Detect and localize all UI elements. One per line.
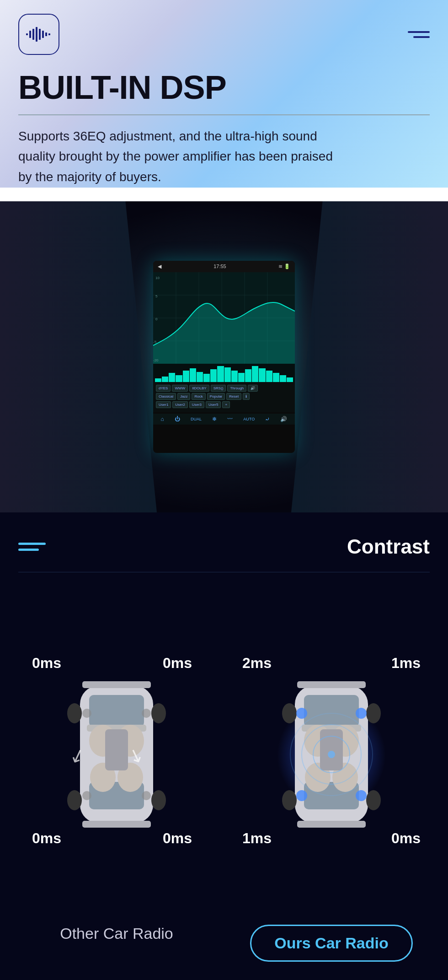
header-row	[18, 14, 430, 55]
svg-point-35	[82, 791, 91, 800]
interior-left-panel	[0, 201, 157, 512]
title-divider	[18, 114, 430, 115]
dsp-btn-vol[interactable]: 🔊	[248, 385, 258, 392]
app-logo	[18, 14, 59, 55]
curve-icon[interactable]: ⤾	[265, 416, 270, 422]
svg-rect-3	[36, 27, 37, 42]
dsp-btn-info[interactable]: ℹ	[243, 393, 250, 400]
home-icon[interactable]: ⌂	[161, 416, 164, 422]
svg-rect-22	[89, 695, 144, 727]
contrast-header: Contrast	[18, 535, 430, 558]
auto-label: AUTO	[243, 417, 255, 421]
svg-point-41	[302, 725, 361, 784]
contrast-lines-icon	[18, 543, 46, 551]
dsp-btn-jazz[interactable]: Jazz	[177, 393, 190, 400]
contrast-line-2	[18, 549, 39, 551]
dsp-btn-add[interactable]: +	[222, 401, 230, 408]
dsp-btn-rock[interactable]: Rock	[192, 393, 205, 400]
svg-point-42	[290, 713, 373, 796]
svg-rect-5	[42, 31, 44, 38]
dsp-effects-row: dYES WWW IIDOLBY SRS() Through 🔊	[156, 385, 292, 392]
sound-waves	[286, 709, 377, 802]
svg-rect-7	[48, 33, 50, 35]
car-image-section: ◀ 17:55 ≋ 🔋	[0, 201, 448, 512]
our-car-label-tr: 1ms	[391, 655, 421, 672]
svg-rect-38	[82, 821, 151, 828]
power-icon[interactable]: ⏻	[175, 416, 180, 422]
our-car-label-tl: 2ms	[242, 655, 272, 672]
contrast-divider	[18, 572, 430, 573]
svg-point-36	[142, 791, 151, 800]
svg-text:-5: -5	[153, 340, 157, 344]
svg-rect-0	[26, 33, 28, 35]
svg-rect-4	[39, 29, 41, 40]
svg-rect-6	[45, 32, 47, 36]
dsp-btn-reset[interactable]: Reset	[226, 393, 241, 400]
svg-rect-61	[297, 681, 366, 688]
dsp-btn-popular[interactable]: Popular	[207, 393, 225, 400]
dsp-screen: ◀ 17:55 ≋ 🔋	[153, 261, 295, 453]
dsp-btn-srs[interactable]: SRS()	[211, 385, 226, 392]
our-car-label-br: 0ms	[391, 830, 421, 847]
svg-point-34	[142, 709, 151, 718]
svg-rect-2	[32, 29, 34, 40]
svg-text:10: 10	[155, 276, 160, 280]
contrast-line-1	[18, 543, 46, 545]
our-car-label-bl: 1ms	[242, 830, 272, 847]
dsp-btn-www[interactable]: WWW	[172, 385, 188, 392]
dual-label: DUAL	[191, 417, 202, 421]
svg-text:0: 0	[155, 317, 158, 321]
other-car-label-tl: 0ms	[32, 655, 61, 672]
top-section: BUILT-IN DSP Supports 36EQ adjustment, a…	[0, 0, 448, 188]
signal-icon: ≋ 🔋	[278, 264, 290, 269]
our-car-column: 2ms 1ms 1ms 0ms	[233, 595, 430, 962]
other-car-label-bl: 0ms	[32, 830, 61, 847]
svg-text:-20: -20	[153, 358, 159, 362]
dsp-btn-user2[interactable]: User2	[172, 401, 187, 408]
svg-point-33	[82, 709, 91, 718]
dsp-btn-classical[interactable]: Classical	[156, 393, 176, 400]
our-car-display: 2ms 1ms 1ms 0ms	[233, 595, 430, 915]
other-car-display: 0ms 0ms 0ms 0ms ↙ ↘	[18, 595, 215, 915]
svg-rect-37	[105, 729, 128, 770]
svg-point-29	[67, 703, 82, 723]
dsp-eq-area: 10 5 0 -5 -20	[153, 272, 295, 364]
svg-point-31	[67, 790, 82, 810]
svg-point-40	[313, 736, 350, 773]
bottom-section: Contrast 0ms 0ms 0ms 0ms ↙ ↘	[0, 512, 448, 980]
dsp-btn-user1[interactable]: User1	[156, 401, 171, 408]
cars-comparison: 0ms 0ms 0ms 0ms ↙ ↘	[18, 595, 430, 962]
dsp-btn-dolby[interactable]: IIDOLBY	[189, 385, 209, 392]
svg-rect-39	[82, 681, 151, 688]
other-car-label-tr: 0ms	[163, 655, 192, 672]
dsp-btn-through[interactable]: Through	[227, 385, 246, 392]
svg-point-32	[151, 790, 166, 810]
other-car-column: 0ms 0ms 0ms 0ms ↙ ↘	[18, 595, 215, 942]
dsp-btn-user5[interactable]: User5	[206, 401, 221, 408]
dsp-user-row: User1 User2 User3 User5 +	[156, 401, 292, 408]
svg-point-30	[151, 703, 166, 723]
other-car-label: Other Car Radio	[60, 925, 173, 942]
car-interior-bg: ◀ 17:55 ≋ 🔋	[0, 201, 448, 512]
dsp-presets-row: Classical Jazz Rock Popular Reset ℹ	[156, 393, 292, 400]
dsp-btn-user3[interactable]: User3	[189, 401, 204, 408]
our-car-radio-button[interactable]: Ours Car Radio	[250, 925, 412, 962]
dsp-controls: dYES WWW IIDOLBY SRS() Through 🔊 Classic…	[153, 382, 295, 412]
dsp-btn-dyes[interactable]: dYES	[156, 385, 171, 392]
back-icon: ◀	[158, 264, 161, 269]
other-car-label-br: 0ms	[163, 830, 192, 847]
ac-icon[interactable]: 〰	[227, 416, 233, 422]
hamburger-menu[interactable]	[408, 31, 430, 38]
svg-rect-1	[29, 31, 31, 38]
menu-line-2	[413, 36, 430, 38]
menu-line-1	[408, 31, 430, 33]
svg-text:5: 5	[155, 294, 158, 298]
dsp-nav-row: ⌂ ⏻ DUAL ❄ 〰 AUTO ⤾ 🔊	[153, 414, 295, 425]
dsp-freq-bars	[153, 364, 295, 382]
interior-right-panel	[291, 201, 448, 512]
page-title: BUILT-IN DSP	[18, 69, 430, 106]
svg-rect-60	[297, 821, 366, 828]
snow-icon[interactable]: ❄	[212, 416, 217, 422]
vol-icon[interactable]: 🔊	[280, 416, 287, 422]
hero-subtitle: Supports 36EQ adjustment, and the ultra-…	[18, 126, 338, 188]
